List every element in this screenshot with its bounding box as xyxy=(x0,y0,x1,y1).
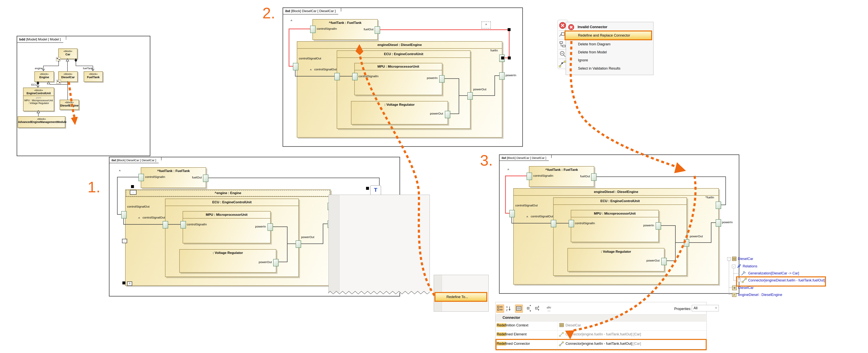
ibd3-port-mpu-controlsignalin[interactable] xyxy=(569,220,574,227)
ibd2-connector-handle[interactable] xyxy=(501,57,504,59)
ibd2-connector-handle[interactable] xyxy=(507,28,510,31)
ibd2-line-caret: ^ xyxy=(310,68,312,72)
ibd3-inherited-caret: ^ xyxy=(507,168,509,171)
property-value-redefined-connector: Connector[engine.fuelIn - fuelTank.fuelO… xyxy=(565,342,641,346)
ibd3-port-ecu-boundary[interactable] xyxy=(551,220,556,227)
customize-properties-icon[interactable]: abc... xyxy=(546,304,555,312)
validation-item-delete-from-diagram[interactable]: Delete from Diagram xyxy=(578,42,611,46)
ibd2-port-ecu-boundary[interactable] xyxy=(334,73,340,80)
ibd3-port-ecu-powerout[interactable] xyxy=(684,239,689,247)
ibd2-connectors[interactable] xyxy=(295,70,499,114)
ibd3-port-controlsignalout[interactable] xyxy=(509,210,515,217)
ibd2-label-ecu-powerout: powerOut xyxy=(473,88,486,91)
block-icon xyxy=(559,323,564,328)
categorized-view-icon xyxy=(496,304,504,312)
ibd1-port-ecu-boundary[interactable] xyxy=(163,221,168,228)
validation-item-select-in-validation-results[interactable]: Select in Validation Results xyxy=(578,66,620,70)
context-menu-gutter xyxy=(329,195,339,293)
validation-item-ignore[interactable]: Ignore xyxy=(578,58,588,62)
step-1-label: 1. xyxy=(88,178,100,196)
tree-expand-relations[interactable]: - xyxy=(732,265,736,268)
ibd2-port-fuelout[interactable] xyxy=(375,26,380,34)
ibd3-port-mpu-powerin[interactable] xyxy=(656,222,661,230)
open-specification-icon[interactable] xyxy=(559,33,564,37)
ibd2-connector-handle[interactable] xyxy=(508,57,511,59)
property-label: inition Context xyxy=(506,323,528,327)
ibd3-port-fuelout[interactable] xyxy=(591,173,597,181)
ibd3-invalid-connector[interactable] xyxy=(505,176,527,213)
ibd2-port-mpu-controlsignalin[interactable] xyxy=(352,73,358,80)
select-in-tree-icon[interactable] xyxy=(560,42,565,47)
menu-item-label: Redefine To... xyxy=(446,293,468,301)
ibd1-collapse-icon[interactable]: - xyxy=(122,239,127,243)
ibd2-port-ecu-powerout[interactable] xyxy=(467,92,473,100)
ibd2-port-mpu-powerin[interactable] xyxy=(439,75,445,83)
tree-item-relations[interactable]: Relations xyxy=(743,264,757,268)
ibd1-port-controlsignalin[interactable] xyxy=(138,174,144,181)
tree-connector-highlight-box xyxy=(736,277,826,287)
ibd1-more-handle-icon[interactable]: ... xyxy=(130,190,136,195)
ibd2-port-vr-powerout[interactable] xyxy=(445,111,450,118)
tree-item-generalization[interactable]: Generalization[DieselCar -> Car] xyxy=(748,271,799,276)
ibd1-line-caret: ^ xyxy=(138,217,140,220)
ibd2-port-controlsignalout[interactable] xyxy=(293,63,299,70)
path-tool-icon[interactable] xyxy=(559,61,566,67)
context-menu xyxy=(329,195,430,293)
ibd3-port-enginediesel-powerin[interactable] xyxy=(716,219,721,227)
properties-filter-select[interactable]: All ∨ xyxy=(692,305,719,311)
property-value-text: Connector[engine.fuelIn - fuelTank.fuelO… xyxy=(565,342,632,346)
role-label-fueltank: fuelTank xyxy=(83,67,93,70)
ibd1-port-ecu-powerout[interactable] xyxy=(296,240,301,248)
relations-icon xyxy=(736,263,742,268)
role-label-engine: engine xyxy=(35,67,43,70)
ibd1-port-controlsignalout[interactable] xyxy=(121,211,127,219)
ibd2-port-enginediesel-powerin[interactable] xyxy=(499,72,505,80)
properties-row-redefinition-context[interactable]: Redefinition Context xyxy=(497,323,528,327)
ibd1-label-mpu-controlsignalin: controlSignalIn xyxy=(187,223,207,226)
ibd3-port-vr-powerout[interactable] xyxy=(661,258,667,265)
ibd2-label-fuelout: fuelOut xyxy=(360,28,373,31)
tree-guide-line xyxy=(734,280,736,281)
ibd3-port-enginediesel-fuelin-inherited[interactable] xyxy=(716,201,721,209)
validation-item-redefine-replace[interactable]: Redefine and Replace Connector xyxy=(564,31,652,40)
properties-row-redefined-element[interactable]: Redefined Element xyxy=(497,332,527,336)
filter-match-highlight: Redef xyxy=(497,342,506,346)
ibd1-selection-handle[interactable] xyxy=(122,282,125,284)
ibd2-label-controlsignalin: controlSignalIn xyxy=(317,27,337,31)
validation-toolbar-icons xyxy=(557,20,568,69)
ibd1-label-mpu-powerin: powerIn xyxy=(249,225,266,228)
ibd2-label-enginediesel-powerin: powerIn xyxy=(505,73,516,77)
ibd3-port-controlsignalin[interactable] xyxy=(527,172,532,180)
ibd1-port-mpu-controlsignalin[interactable] xyxy=(181,221,186,228)
properties-filter-value: All xyxy=(693,306,698,310)
validation-error-icon[interactable] xyxy=(559,22,566,29)
tree-expand-dieselcar[interactable]: - xyxy=(727,257,731,261)
ibd3-connectors[interactable] xyxy=(512,177,726,261)
ibd1-edit-name-tool-icon[interactable]: T xyxy=(370,185,381,195)
zoom-out-icon[interactable] xyxy=(560,52,565,57)
ibd1-port-vr-powerout[interactable] xyxy=(273,259,279,266)
validation-item-delete-from-model[interactable]: Delete from Model xyxy=(578,50,607,54)
bdd-relationship-ends xyxy=(37,57,77,113)
ibd1-selection-handle[interactable] xyxy=(366,187,369,190)
ibd1-label-fuelout: fuelOut xyxy=(188,176,202,179)
ibd1-port-fuelout[interactable] xyxy=(203,174,209,182)
tree-item-dieselcar[interactable]: DieselCar xyxy=(738,257,753,261)
ibd3-line-caret: ^ xyxy=(526,215,528,219)
ibd1-port-mpu-powerin[interactable] xyxy=(268,223,273,231)
properties-section-row[interactable] xyxy=(496,315,706,321)
ibd1-selection-handle[interactable] xyxy=(131,185,134,188)
connector-icon xyxy=(559,341,564,346)
ibd2-invalid-connectors[interactable] xyxy=(289,29,509,66)
submenu-item-redefine-to[interactable]: Redefine To... xyxy=(434,292,487,302)
ibd2-connector-caret-box[interactable]: ^ xyxy=(482,22,491,29)
role-label-ecu: ECU xyxy=(31,83,37,86)
properties-row-redefined-connector[interactable]: Redefined Connector xyxy=(497,342,530,346)
tree-item-enginediesel-part[interactable]: engineDiesel : DieselEngine xyxy=(738,293,782,297)
ibd1-badge-icon: 0 xyxy=(127,282,132,286)
ibd2-port-controlsignalin[interactable] xyxy=(310,26,316,33)
dropdown-chevron-icon: ∨ xyxy=(715,306,717,309)
ibd2-label-mpu-controlsignalin: controlSignalIn xyxy=(359,74,378,78)
connector-icon xyxy=(559,332,564,337)
part-property-icon: P xyxy=(732,292,737,297)
